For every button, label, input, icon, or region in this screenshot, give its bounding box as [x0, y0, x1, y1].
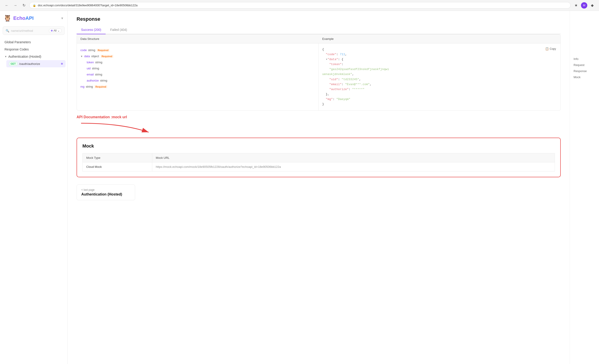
- field-name-email: email: [87, 73, 94, 76]
- field-name-authorize: authorize: [87, 79, 99, 82]
- tabs-row: Success (200) Failed (404): [77, 26, 561, 34]
- endpoint-path: /oauth/authorize: [19, 62, 40, 66]
- header-structure: Data Structure: [77, 35, 319, 43]
- main-content: Response Success (200) Failed (404) Data…: [68, 11, 570, 364]
- lock-icon: 🔒: [33, 4, 36, 7]
- sidebar: 🦉 EchoAPI ▼ 🔍 name/url/method All ⌄ Glob…: [0, 11, 68, 364]
- bookmark-button[interactable]: ★: [573, 2, 579, 9]
- forward-button[interactable]: →: [12, 2, 18, 9]
- search-icon: 🔍: [6, 29, 9, 32]
- search-bar[interactable]: 🔍 name/url/method All ⌄: [3, 26, 65, 35]
- response-table-body: code string Required ▼ data object Requi…: [77, 44, 561, 110]
- mock-header-url: Mock URL: [152, 153, 555, 162]
- field-type-authorize: string: [100, 79, 107, 82]
- logo-area: 🦉 EchoAPI ▼: [0, 14, 67, 26]
- field-type-mg: string: [86, 85, 93, 88]
- endpoint-dot: [61, 63, 63, 65]
- response-title: Response: [77, 16, 561, 22]
- field-row-authorize: authorize string: [87, 78, 315, 84]
- field-name-uid: uid: [87, 67, 90, 70]
- mock-table: Mock Type Mock URL Cloud Mock https://mo…: [82, 153, 555, 171]
- field-name-data: data: [84, 54, 90, 58]
- sidebar-nav: Global Parameters Response Codes ▼ Authe…: [0, 38, 67, 67]
- url-text: doc.echoapi.com/docs/detail/318e9ee90864…: [38, 4, 567, 7]
- mock-section: Mock Mock Type Mock URL Cloud Mock https…: [77, 138, 561, 177]
- app-layout: 🦉 EchoAPI ▼ 🔍 name/url/method All ⌄ Glob…: [0, 11, 599, 364]
- header-example: Example: [319, 35, 561, 43]
- toc-sidebar: Info Request Response Mock: [570, 11, 599, 364]
- filter-badge[interactable]: All ⌄: [49, 28, 62, 33]
- filter-dot: [51, 30, 53, 32]
- nav-label: Authentication (Hosted): [81, 192, 130, 196]
- annotation-label: API Documentation :mock url: [77, 115, 561, 119]
- url-bar[interactable]: 🔒 doc.echoapi.com/docs/detail/318e9ee908…: [29, 2, 571, 9]
- profile-button[interactable]: M: [581, 2, 587, 9]
- global-params-label: Global Parameters: [5, 40, 31, 44]
- toc-item-request[interactable]: Request: [573, 62, 595, 68]
- tab-failed[interactable]: Failed (404): [106, 26, 132, 34]
- logo-text: EchoAPI: [13, 15, 34, 21]
- copy-label: Copy: [550, 47, 556, 51]
- field-type-token: string: [95, 61, 102, 64]
- field-required-mg: Required: [94, 85, 107, 88]
- chevron-down-icon: ▼: [5, 55, 7, 58]
- filter-label: All: [53, 29, 57, 32]
- field-type-data: object: [91, 54, 99, 58]
- chevron-icon: ▼: [61, 17, 64, 20]
- back-button[interactable]: ←: [4, 2, 10, 9]
- field-type-code: string: [88, 48, 95, 52]
- refresh-button[interactable]: ↻: [21, 2, 27, 9]
- search-placeholder: name/url/method: [11, 29, 47, 32]
- browser-chrome: ← → ↻ 🔒 doc.echoapi.com/docs/detail/318e…: [0, 0, 599, 11]
- mock-row: Cloud Mock https://mock.echoapi.com/mock…: [83, 162, 555, 171]
- response-table-header: Data Structure Example: [77, 35, 561, 44]
- tab-failed-label: Failed (404): [110, 28, 127, 32]
- tab-success[interactable]: Success (200): [77, 26, 106, 34]
- nav-hint: < last page: [81, 188, 130, 191]
- field-row-email: email string: [87, 71, 315, 78]
- owl-icon: 🦉: [4, 14, 11, 22]
- field-type-uid: string: [92, 67, 99, 70]
- extensions-button[interactable]: ◆: [589, 2, 595, 9]
- copy-icon: 📋: [545, 47, 549, 51]
- field-row-mg: mg string Required: [80, 84, 315, 90]
- copy-button[interactable]: 📋 Copy: [543, 46, 558, 51]
- logo-api: API: [26, 15, 34, 21]
- response-codes-label: Response Codes: [5, 47, 29, 51]
- annotation-area: API Documentation :mock url: [77, 111, 561, 137]
- mock-header-type: Mock Type: [83, 153, 152, 162]
- col-structure: code string Required ▼ data object Requi…: [77, 44, 319, 110]
- field-type-email: string: [95, 73, 102, 76]
- field-row-data: ▼ data object Required: [80, 53, 315, 59]
- toc-item-info[interactable]: Info: [573, 56, 595, 62]
- mock-title: Mock: [82, 143, 555, 149]
- nav-card[interactable]: < last page Authentication (Hosted): [77, 185, 135, 200]
- field-required-data: Required: [100, 55, 114, 58]
- mock-url-cell[interactable]: https://mock.echoapi.com/mock/18e90505fb…: [152, 162, 555, 171]
- toc-item-response[interactable]: Response: [573, 68, 595, 74]
- field-name-token: token: [87, 61, 94, 64]
- field-row-token: token string: [87, 59, 315, 65]
- logo-echo: Echo: [13, 15, 26, 21]
- code-block: { "code": 711, ▾"data": { "token": "gas2…: [322, 47, 557, 107]
- field-row-code: code string Required: [80, 47, 315, 53]
- toc-item-mock[interactable]: Mock: [573, 74, 595, 80]
- response-table: Data Structure Example code string Requi…: [77, 34, 561, 111]
- sidebar-item-global-params[interactable]: Global Parameters: [2, 38, 66, 46]
- sidebar-endpoint[interactable]: GET /oauth/authorize: [6, 60, 66, 67]
- filter-chevron: ⌄: [57, 29, 60, 32]
- col-example: 📋 Copy { "code": 711, ▾"data": { "token"…: [319, 44, 561, 110]
- sidebar-item-response-codes[interactable]: Response Codes: [2, 46, 66, 53]
- tab-success-label: Success (200): [81, 28, 101, 32]
- annotation-arrow: [77, 121, 153, 134]
- field-row-uid: uid string: [87, 65, 315, 71]
- expand-icon[interactable]: ▼: [80, 55, 83, 58]
- mock-type-cell: Cloud Mock: [83, 162, 152, 171]
- sidebar-section-label: Authentication (Hosted): [8, 55, 41, 58]
- field-name-code: code: [80, 48, 87, 52]
- field-name-mg: mg: [80, 85, 84, 88]
- method-badge: GET: [9, 62, 17, 66]
- sidebar-section-auth[interactable]: ▼ Authentication (Hosted): [2, 53, 66, 60]
- field-required-code: Required: [97, 49, 110, 52]
